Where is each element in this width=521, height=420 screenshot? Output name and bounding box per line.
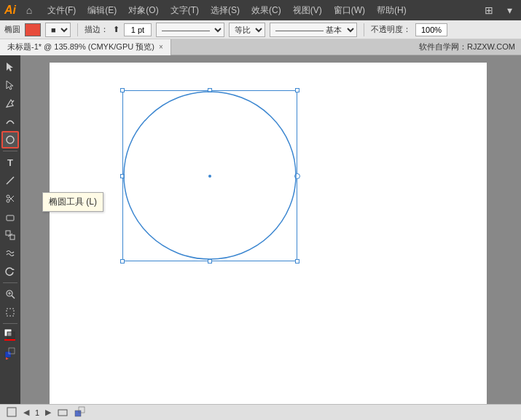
status-bar: ◀ 1 ▶ [0, 404, 521, 420]
opacity-input[interactable] [415, 23, 447, 36]
zoom-tool-button[interactable] [1, 285, 19, 303]
tooltip-text: 椭圆工具 (L) [49, 197, 97, 207]
menu-window[interactable]: 窗口(W) [329, 2, 370, 19]
eraser-tool-button[interactable] [1, 208, 19, 226]
toolbar: T [0, 55, 20, 404]
home-icon[interactable]: ⌂ [22, 3, 36, 17]
main-area: T [0, 55, 521, 404]
shape-builder-tool-button[interactable] [1, 226, 19, 244]
artboard-tool-button[interactable] [1, 304, 19, 321]
stroke-line-select[interactable]: —————— 基本 [270, 23, 357, 37]
menu-select[interactable]: 选择(S) [205, 2, 245, 19]
menu-help[interactable]: 帮助(H) [372, 2, 412, 19]
titlebar: Ai ⌂ 文件(F) 编辑(E) 对象(O) 文字(T) 选择(S) 效果(C)… [0, 0, 521, 20]
menu-edit[interactable]: 编辑(E) [82, 2, 122, 19]
canvas-area[interactable]: 椭圆工具 (L) [20, 55, 521, 404]
fill-mode-select[interactable]: ■ [45, 23, 71, 37]
status-artboard-icon [6, 406, 17, 419]
svg-point-5 [7, 199, 9, 202]
menu-effect[interactable]: 效果(C) [246, 2, 286, 19]
rotate-tool-button[interactable] [1, 263, 19, 280]
status-arrow-right[interactable]: ▶ [45, 408, 51, 417]
toolbar-divider-3 [3, 323, 17, 324]
menu-object[interactable]: 对象(O) [123, 2, 163, 19]
tab-name: 未标题-1* @ 135.89% (CMYK/GPU 预览) [7, 41, 154, 52]
svg-rect-17 [7, 309, 14, 316]
svg-line-14 [12, 296, 15, 298]
website-info: 软件自学网：RJZXW.COM [419, 41, 521, 52]
stroke-color-swatch[interactable] [25, 23, 41, 36]
svg-marker-0 [7, 63, 13, 71]
stroke-up-arrow[interactable]: ⬆ [113, 25, 120, 34]
svg-point-4 [7, 195, 9, 198]
type-tool-button[interactable]: T [1, 154, 19, 171]
tool-label: 椭圆 [4, 24, 20, 35]
tab-close-button[interactable]: × [159, 43, 163, 51]
selection-tool-button[interactable] [1, 58, 19, 76]
toolbar-divider-1 [3, 151, 17, 151]
document-tab[interactable]: 未标题-1* @ 135.89% (CMYK/GPU 预览) × [0, 39, 171, 55]
svg-point-2 [7, 136, 14, 143]
status-arrow-left[interactable]: ◀ [23, 408, 29, 417]
svg-rect-9 [6, 231, 10, 235]
tooltip: 椭圆工具 (L) [42, 192, 103, 212]
svg-rect-20 [7, 332, 15, 339]
menu-file[interactable]: 文件(F) [42, 2, 81, 19]
stroke-label: 描边： [85, 24, 109, 35]
status-swap-icon [74, 406, 86, 419]
swap-colors-button[interactable]: ▶ [1, 344, 19, 362]
svg-rect-28 [7, 408, 16, 416]
scissors-tool-button[interactable] [1, 190, 19, 207]
svg-text:▶: ▶ [6, 356, 9, 360]
stroke-width-input[interactable] [124, 23, 152, 36]
line-tool-button[interactable] [1, 172, 19, 189]
tab-bar: 未标题-1* @ 135.89% (CMYK/GPU 预览) × 软件自学网：R… [0, 39, 521, 55]
menu-bar: 文件(F) 编辑(E) 对象(O) 文字(T) 选择(S) 效果(C) 视图(V… [42, 2, 476, 19]
warp-tool-button[interactable] [1, 245, 19, 262]
opacity-label: 不透明度： [371, 24, 411, 35]
status-tools-left [57, 406, 68, 419]
svg-marker-1 [7, 81, 13, 90]
app-logo: Ai [4, 4, 16, 16]
direct-selection-tool-button[interactable] [1, 76, 19, 94]
stroke-type-select[interactable]: —————— [156, 23, 224, 37]
svg-rect-10 [10, 235, 15, 239]
svg-rect-30 [75, 411, 81, 416]
svg-line-3 [7, 177, 14, 184]
color-fill-tool-button[interactable] [1, 326, 19, 344]
ratio-select[interactable]: 等比 [229, 23, 265, 37]
menu-view[interactable]: 视图(V) [288, 2, 327, 19]
canvas [50, 63, 487, 404]
svg-rect-29 [58, 410, 67, 416]
ellipse-svg [122, 90, 297, 261]
status-page: 1 [35, 408, 39, 417]
pen-tool-button[interactable] [1, 95, 19, 112]
divider-2 [364, 23, 364, 36]
toolbar-divider-2 [3, 282, 17, 283]
options-bar: 椭圆 ■ 描边： ⬆ —————— 等比 —————— 基本 不透明度： [0, 20, 521, 39]
divider-1 [77, 23, 78, 36]
svg-point-27 [124, 92, 296, 259]
chevron-down-icon[interactable]: ▾ [502, 3, 517, 17]
ellipse-tool-button[interactable] [1, 131, 19, 148]
menu-type[interactable]: 文字(T) [165, 2, 204, 19]
svg-rect-8 [7, 215, 14, 221]
grid-icon[interactable]: ⊞ [482, 3, 496, 17]
ellipse-container [122, 90, 297, 261]
curvature-tool-button[interactable] [1, 113, 19, 130]
